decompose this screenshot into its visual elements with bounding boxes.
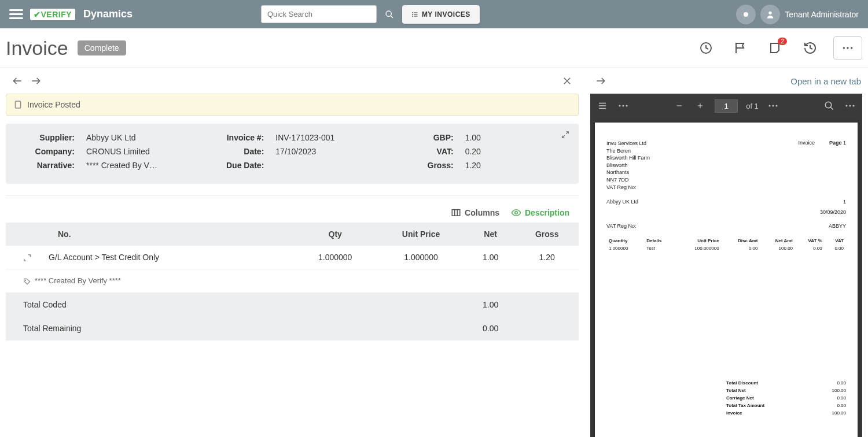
svg-point-42	[849, 105, 851, 107]
doc-table: QuantityDetails Unit PriceDisc Amt Net A…	[606, 237, 846, 252]
svg-point-39	[825, 102, 832, 108]
viewer-more-icon[interactable]	[617, 99, 630, 112]
svg-line-40	[830, 107, 833, 110]
company-value: CRONUS Limited	[86, 147, 150, 156]
date-label: Date:	[209, 147, 264, 156]
search-icon[interactable]	[384, 9, 395, 20]
sidebar-toggle-icon[interactable]	[596, 99, 609, 112]
description-row: **** Created By Verify ****	[6, 269, 579, 293]
logo: ✔VERIFY	[30, 9, 75, 20]
th-gross[interactable]: Gross	[515, 223, 579, 246]
viewer-more2-icon[interactable]	[767, 99, 779, 112]
svg-point-32	[626, 105, 628, 107]
svg-point-37	[772, 105, 774, 107]
svg-point-8	[744, 12, 748, 17]
supplier-value: Abbyy UK Ltd	[86, 133, 136, 142]
svg-line-19	[566, 132, 568, 134]
total-remaining-row: Total Remaining 0.00	[6, 316, 579, 340]
vat-value: 0.20	[465, 147, 481, 156]
gross-value: 1.20	[465, 161, 481, 170]
menu-icon[interactable]	[9, 8, 23, 21]
company-label: Company:	[20, 147, 75, 156]
due-date-label: Due Date:	[209, 161, 264, 170]
expand-row-icon[interactable]	[23, 254, 31, 262]
svg-point-0	[386, 11, 391, 16]
flag-icon[interactable]	[729, 36, 752, 60]
doc-date: 30/09/2020	[820, 209, 846, 215]
tag-icon	[23, 277, 31, 286]
svg-point-5	[412, 12, 413, 13]
vat-label: VAT:	[399, 147, 454, 156]
page-title: Invoice	[6, 37, 68, 60]
svg-point-7	[412, 16, 413, 16]
zoom-out-icon[interactable]	[673, 99, 686, 112]
notes-icon[interactable]: 2	[764, 36, 787, 60]
gbp-value: 1.00	[465, 133, 481, 142]
info-card: Supplier:Abbyy UK Ltd Company:CRONUS Lim…	[6, 124, 579, 184]
supplier-label: Supplier:	[20, 133, 75, 142]
topbar: ✔VERIFY Dynamics MY INVOICES Tenant Admi…	[0, 0, 868, 28]
note-icon	[13, 100, 23, 109]
history-icon[interactable]	[799, 36, 822, 60]
prev-arrow-icon[interactable]	[8, 72, 27, 90]
brand-label: Dynamics	[83, 8, 133, 20]
viewer-menu-icon[interactable]	[844, 99, 856, 112]
svg-point-41	[846, 105, 848, 107]
status-badge: Complete	[78, 40, 126, 55]
document-page: Invu Services LtdThe BerenBlisworth Hill…	[595, 123, 858, 437]
doc-supplier: Abbyy UK Ltd	[606, 199, 638, 215]
gbp-label: GBP:	[399, 133, 454, 142]
left-pane: Invoice Posted Supplier:Abbyy UK Ltd Com…	[0, 68, 584, 437]
clock-icon[interactable]	[694, 36, 718, 60]
gross-label: Gross:	[399, 161, 454, 170]
notification-icon[interactable]	[736, 5, 756, 24]
svg-point-30	[619, 105, 621, 107]
right-pane: Open in a new tab of 1 Invu Services Ltd…	[584, 68, 868, 437]
svg-point-6	[412, 14, 413, 14]
svg-rect-21	[452, 210, 460, 216]
svg-line-20	[562, 135, 565, 138]
expand-icon[interactable]	[561, 131, 569, 139]
svg-point-43	[853, 105, 855, 107]
open-new-tab-link[interactable]: Open in a new tab	[790, 76, 861, 86]
page-header: Invoice Complete 2	[0, 28, 868, 68]
viewer-search-icon[interactable]	[823, 99, 836, 112]
date-value: 17/10/2023	[275, 147, 316, 156]
posted-banner: Invoice Posted	[6, 94, 579, 116]
lines-table: No. Qty Unit Price Net Gross G/L Account…	[6, 223, 579, 340]
svg-line-1	[391, 16, 393, 18]
zoom-in-icon[interactable]	[694, 99, 707, 112]
doc-totals: Total Discount0.00 Total Net100.00 Carri…	[726, 379, 846, 417]
svg-point-36	[768, 105, 770, 107]
close-icon[interactable]	[558, 72, 576, 90]
user-name[interactable]: Tenant Administrator	[785, 10, 859, 19]
my-invoices-button[interactable]: MY INVOICES	[402, 5, 480, 24]
page-of-label: of 1	[746, 102, 759, 110]
narrative-label: Narrative:	[20, 161, 75, 170]
th-qty[interactable]: Qty	[294, 223, 376, 246]
banner-text: Invoice Posted	[27, 100, 80, 109]
svg-point-9	[769, 11, 772, 14]
invoice-no-label: Invoice #:	[209, 133, 264, 142]
total-coded-row: Total Coded 1.00	[6, 292, 579, 316]
description-button[interactable]: Description	[511, 208, 569, 218]
table-row[interactable]: G/L Account > Test Credit Only 1.000000 …	[6, 246, 579, 269]
narrative-value: **** Created By V…	[86, 161, 157, 170]
svg-point-31	[623, 105, 624, 107]
avatar-icon[interactable]	[760, 5, 780, 24]
viewer-toolbar: of 1	[590, 94, 862, 118]
invoice-no-value: INV-171023-001	[275, 133, 334, 142]
columns-button[interactable]: Columns	[451, 208, 499, 218]
svg-point-24	[515, 212, 518, 214]
next-arrow-icon[interactable]	[27, 72, 45, 90]
svg-point-12	[847, 47, 848, 49]
search-input[interactable]	[261, 5, 377, 23]
th-net[interactable]: Net	[466, 223, 516, 246]
viewer-next-icon[interactable]	[591, 72, 610, 90]
th-unit-price[interactable]: Unit Price	[376, 223, 466, 246]
document-preview[interactable]: Invu Services LtdThe BerenBlisworth Hill…	[590, 118, 862, 437]
th-no[interactable]: No.	[6, 223, 294, 246]
svg-point-25	[25, 280, 26, 280]
page-input[interactable]	[715, 99, 738, 113]
more-button[interactable]	[833, 36, 862, 60]
